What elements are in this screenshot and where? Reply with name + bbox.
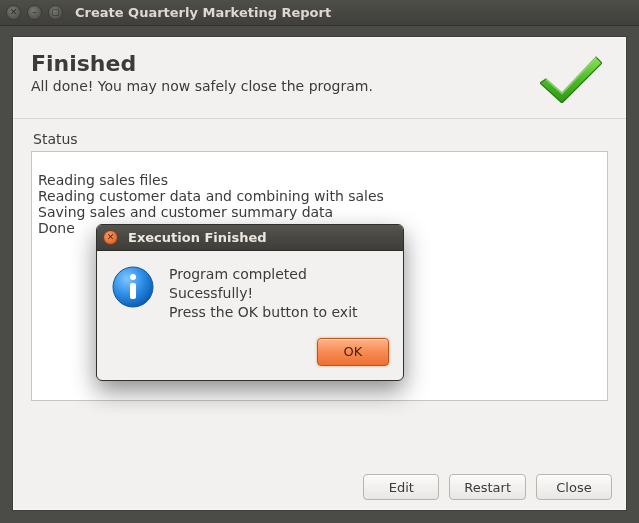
dialog-body: Program completed Sucessfully! Press the… [97,251,403,332]
header-text: Finished All done! You may now safely cl… [31,51,373,94]
svg-point-1 [130,274,136,280]
status-label: Status [33,131,608,147]
page-subtitle: All done! You may now safely close the p… [31,78,373,94]
window-maximize-icon[interactable]: ▢ [48,5,63,20]
checkmark-icon [540,51,602,106]
page-title: Finished [31,51,373,76]
ok-button[interactable]: OK [317,338,389,366]
footer: Edit Restart Close [363,474,612,500]
svg-rect-2 [130,283,136,299]
window-minimize-icon[interactable]: – [27,5,42,20]
window-title: Create Quarterly Marketing Report [75,5,331,20]
dialog: ✕ Execution Finished [96,224,404,381]
edit-button[interactable]: Edit [363,474,439,500]
dialog-close-icon[interactable]: ✕ [103,230,118,245]
info-icon [111,265,155,322]
dialog-message: Program completed Sucessfully! Press the… [169,265,389,322]
dialog-title: Execution Finished [128,230,267,245]
close-button[interactable]: Close [536,474,612,500]
dialog-footer: OK [97,332,403,380]
header: Finished All done! You may now safely cl… [13,37,626,119]
window-close-icon[interactable]: ✕ [6,5,21,20]
restart-button[interactable]: Restart [449,474,526,500]
main-titlebar: ✕ – ▢ Create Quarterly Marketing Report [0,0,639,26]
main-window: ✕ – ▢ Create Quarterly Marketing Report … [0,0,639,523]
dialog-titlebar: ✕ Execution Finished [97,225,403,251]
